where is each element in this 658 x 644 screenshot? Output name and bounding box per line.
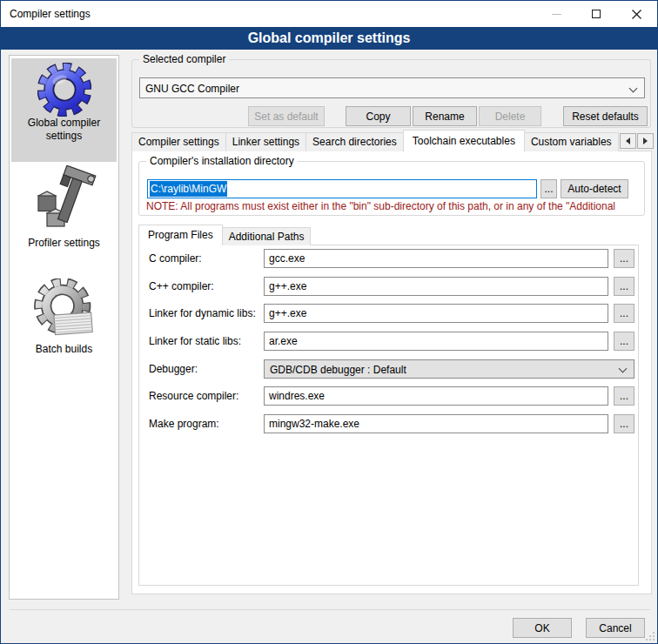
debugger-select-value: GDB/CDB debugger : Default: [270, 360, 406, 379]
cpp-compiler-value: g++.exe: [269, 280, 306, 292]
compiler-select-value: GNU GCC Compiler: [145, 78, 239, 99]
tab-custom-variables[interactable]: Custom variables: [524, 132, 619, 151]
settings-sidebar: Global compiler settings Profiler: [9, 55, 119, 600]
tab-search-directories[interactable]: Search directories: [306, 132, 404, 151]
field-label-resource-compiler: Resource compiler:: [149, 386, 262, 406]
debugger-select[interactable]: GDB/CDB debugger : Default: [264, 359, 634, 379]
resource-compiler-value: windres.exe: [269, 390, 325, 402]
cancel-button[interactable]: Cancel: [586, 618, 645, 638]
resize-grip-icon[interactable]: [646, 632, 655, 641]
resource-compiler-input[interactable]: windres.exe: [264, 386, 608, 406]
field-label-make-program: Make program:: [149, 414, 262, 433]
chevron-down-icon: [619, 365, 628, 373]
reset-defaults-button[interactable]: Reset defaults: [563, 106, 648, 126]
settings-tab-bar: Compiler settings Linker settings Search…: [131, 130, 619, 151]
tab-linker-settings[interactable]: Linker settings: [225, 132, 306, 151]
make-program-value: mingw32-make.exe: [269, 418, 359, 430]
selected-compiler-group: Selected compiler GNU GCC Compiler Set a…: [131, 59, 651, 128]
subtab-additional-paths[interactable]: Additional Paths: [222, 227, 312, 245]
linker-dynamic-input[interactable]: g++.exe: [264, 304, 608, 323]
tab-scroll-right-icon: [643, 138, 648, 144]
sidebar-item-label: Profiler settings: [11, 237, 117, 250]
window-title: Compiler settings: [10, 1, 91, 27]
field-label-cpp-compiler: C++ compiler:: [149, 277, 262, 296]
field-label-linker-static: Linker for static libs:: [149, 332, 262, 351]
field-label-debugger: Debugger:: [149, 359, 262, 379]
group-legend: Compiler's installation directory: [146, 155, 298, 167]
browse-directory-button[interactable]: ...: [540, 179, 557, 198]
installation-directory-value: C:\raylib\MinGW: [150, 181, 227, 197]
linker-static-value: ar.exe: [269, 335, 298, 347]
tab-scroll-right-button[interactable]: [637, 133, 654, 149]
blue-gear-icon: [11, 63, 117, 117]
linker-dynamic-browse-button[interactable]: ...: [614, 304, 634, 323]
linker-static-input[interactable]: ar.exe: [264, 332, 608, 351]
files-subtab-bar: Program Files Additional Paths: [138, 225, 400, 245]
note-text: NOTE: All programs must exist either in …: [146, 200, 643, 213]
delete-button[interactable]: Delete: [479, 106, 541, 126]
ok-button[interactable]: OK: [513, 618, 572, 638]
auto-detect-button[interactable]: Auto-detect: [561, 179, 628, 198]
linker-dynamic-value: g++.exe: [269, 307, 306, 319]
c-compiler-value: gcc.exe: [269, 252, 305, 265]
sidebar-item-batch-builds[interactable]: Batch builds: [11, 277, 117, 409]
gray-gear-papers-icon: [11, 277, 117, 343]
tab-toolchain-executables[interactable]: Toolchain executables: [403, 130, 525, 151]
caliper-icon: [11, 164, 117, 237]
cpp-compiler-browse-button[interactable]: ...: [614, 277, 634, 296]
minimize-icon: [552, 14, 561, 15]
sidebar-item-label: Batch builds: [11, 343, 117, 356]
field-label-linker-dynamic: Linker for dynamic libs:: [149, 304, 262, 323]
installation-directory-input[interactable]: C:\raylib\MinGW: [147, 179, 537, 198]
resource-compiler-browse-button[interactable]: ...: [614, 386, 634, 406]
tab-build-options[interactable]: Build options: [618, 132, 619, 151]
tab-scroll-left-button[interactable]: [620, 133, 636, 149]
group-legend: Selected compiler: [139, 53, 229, 65]
close-icon: [632, 10, 641, 19]
compiler-settings-dialog: Compiler settings Global compiler settin…: [0, 0, 658, 644]
chevron-down-icon: [629, 84, 638, 93]
field-label-c-compiler: C compiler:: [149, 249, 262, 268]
maximize-button[interactable]: [576, 1, 616, 27]
maximize-icon: [592, 10, 601, 18]
subtab-program-files[interactable]: Program Files: [138, 225, 223, 245]
tab-compiler-settings[interactable]: Compiler settings: [131, 132, 226, 151]
sidebar-item-label: Global compiler settings: [11, 117, 117, 143]
c-compiler-input[interactable]: gcc.exe: [264, 249, 608, 268]
sidebar-item-global-compiler-settings[interactable]: Global compiler settings: [11, 58, 117, 162]
footer-divider: [10, 609, 650, 610]
minimize-button[interactable]: [536, 1, 576, 27]
title-bar: Compiler settings: [1, 1, 657, 27]
make-program-browse-button[interactable]: ...: [614, 414, 634, 433]
copy-button[interactable]: Copy: [346, 106, 411, 126]
close-button[interactable]: [616, 1, 656, 27]
c-compiler-browse-button[interactable]: ...: [614, 249, 634, 268]
compiler-select[interactable]: GNU GCC Compiler: [139, 77, 645, 98]
linker-static-browse-button[interactable]: ...: [614, 332, 634, 351]
cpp-compiler-input[interactable]: g++.exe: [264, 277, 608, 296]
tab-scroll-left-icon: [626, 138, 630, 144]
set-as-default-button[interactable]: Set as default: [248, 106, 325, 126]
rename-button[interactable]: Rename: [413, 106, 477, 126]
page-title: Global compiler settings: [1, 27, 657, 50]
make-program-input[interactable]: mingw32-make.exe: [264, 414, 608, 433]
